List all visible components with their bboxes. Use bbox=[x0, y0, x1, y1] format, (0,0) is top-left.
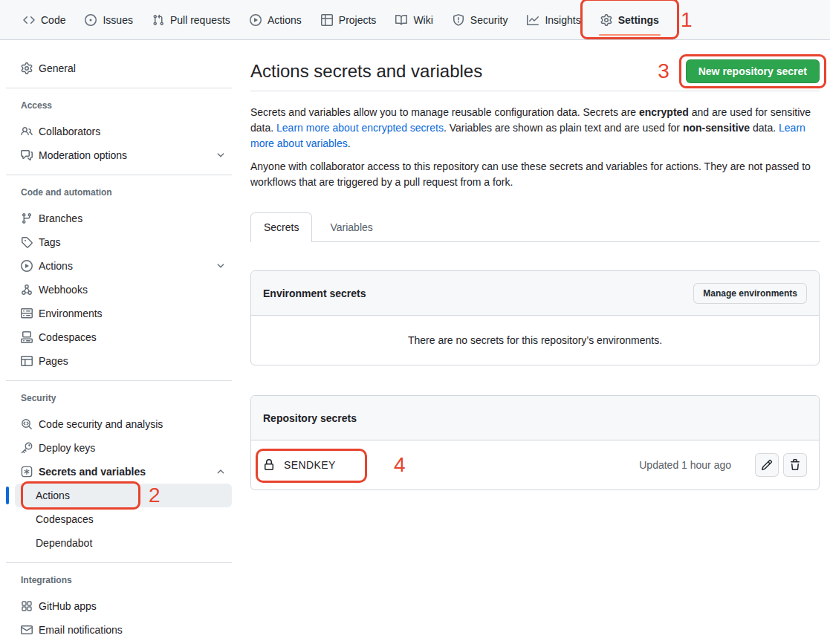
tab-wiki[interactable]: Wiki bbox=[389, 2, 438, 38]
sidebar-item-email-notifications[interactable]: Email notifications bbox=[15, 618, 232, 642]
annotation-number-2: 2 bbox=[149, 485, 161, 506]
annotation-number-4: 4 bbox=[394, 455, 406, 475]
secret-updated-time: Updated 1 hour ago bbox=[639, 459, 731, 471]
sidebar-item-label: GitHub apps bbox=[39, 600, 97, 612]
repository-secrets-title: Repository secrets bbox=[263, 412, 357, 424]
tab-pull-requests[interactable]: Pull requests bbox=[146, 2, 236, 38]
sidebar-item-tags[interactable]: Tags bbox=[15, 230, 232, 254]
sidebar-item-label: Actions bbox=[39, 260, 73, 272]
sidebar-item-moderation-options[interactable]: Moderation options bbox=[15, 143, 232, 167]
sidebar-item-secrets-dependabot[interactable]: Dependabot bbox=[15, 531, 232, 555]
sidebar-item-webhooks[interactable]: Webhooks bbox=[15, 278, 232, 302]
secret-name: SENDKEY bbox=[284, 459, 336, 471]
tab-code[interactable]: Code bbox=[17, 2, 71, 38]
chevron-down-icon bbox=[215, 261, 226, 271]
sidebar-item-code-security[interactable]: Code security and analysis bbox=[15, 412, 232, 436]
tab-insights[interactable]: Insights bbox=[521, 2, 586, 38]
description-paragraph-1: Secrets and variables allow you to manag… bbox=[250, 105, 820, 152]
play-icon bbox=[21, 260, 33, 272]
text-segment: Secrets and variables allow you to manag… bbox=[250, 106, 639, 118]
sidebar-item-collaborators[interactable]: Collaborators bbox=[15, 120, 232, 143]
sidebar-item-label: Email notifications bbox=[39, 624, 123, 636]
tab-security[interactable]: Security bbox=[447, 2, 514, 38]
sidebar-item-label: Code security and analysis bbox=[39, 418, 163, 430]
chevron-up-icon bbox=[215, 466, 226, 477]
tab-actions[interactable]: Actions bbox=[244, 2, 308, 38]
repo-tab-nav: Code Issues Pull requests Actions Projec… bbox=[0, 0, 830, 40]
sidebar-item-general[interactable]: General bbox=[15, 56, 232, 80]
manage-environments-button[interactable]: Manage environments bbox=[693, 283, 807, 304]
sidebar-item-pages[interactable]: Pages bbox=[15, 349, 232, 373]
text-segment: . Variables are shown as plain text and … bbox=[444, 122, 683, 134]
sidebar-section-title-integrations: Integrations bbox=[15, 572, 232, 588]
page-title: Actions secrets and variables bbox=[250, 59, 482, 83]
environment-secrets-empty-message: There are no secrets for this repository… bbox=[251, 316, 819, 365]
sidebar-item-label: Collaborators bbox=[39, 126, 100, 137]
environment-secrets-box: Environment secrets Manage environments … bbox=[250, 270, 820, 365]
text-segment: data. bbox=[750, 122, 779, 134]
browser-icon bbox=[21, 355, 33, 367]
sidebar-item-codespaces[interactable]: Codespaces bbox=[15, 325, 232, 349]
comment-discussion-icon bbox=[21, 149, 33, 161]
sidebar-item-label: Webhooks bbox=[39, 284, 88, 296]
book-icon bbox=[395, 14, 407, 26]
code-icon bbox=[23, 14, 35, 26]
tab-issues[interactable]: Issues bbox=[79, 2, 138, 38]
sidebar-item-label: Environments bbox=[39, 308, 103, 319]
tab-label: Code bbox=[41, 14, 65, 26]
tab-settings[interactable]: Settings bbox=[594, 2, 665, 38]
sidebar-section-title-access: Access bbox=[15, 97, 232, 114]
sidebar-item-label: Dependabot bbox=[36, 537, 92, 549]
mail-icon bbox=[21, 624, 33, 636]
tab-label: Projects bbox=[339, 14, 377, 26]
shield-icon bbox=[453, 14, 464, 26]
main-content: Actions secrets and variables 3 New repo… bbox=[250, 40, 830, 642]
sidebar-divider bbox=[6, 562, 232, 563]
text-segment: Anyone with collaborator access to this … bbox=[250, 160, 811, 188]
tab-projects[interactable]: Projects bbox=[315, 2, 383, 38]
sidebar-item-environments[interactable]: Environments bbox=[15, 302, 232, 325]
tab-label: Pull requests bbox=[170, 14, 230, 26]
delete-secret-button[interactable] bbox=[783, 453, 807, 477]
sidebar-item-actions[interactable]: Actions bbox=[15, 254, 232, 278]
tab-label: Settings bbox=[618, 14, 659, 26]
tab-label: Insights bbox=[545, 14, 580, 26]
tab-secrets[interactable]: Secrets bbox=[250, 212, 312, 242]
settings-sidebar: General Access Collaborators Moderation … bbox=[0, 40, 250, 642]
new-repository-secret-button[interactable]: New repository secret bbox=[686, 59, 820, 83]
inline-link[interactable]: Learn more about encrypted secrets bbox=[276, 122, 444, 134]
sidebar-item-label: Actions bbox=[36, 489, 70, 501]
sidebar-item-label: Codespaces bbox=[39, 331, 97, 343]
sidebar-divider bbox=[6, 380, 232, 381]
sidebar-item-secrets-codespaces[interactable]: Codespaces bbox=[15, 507, 232, 531]
codespaces-icon bbox=[21, 331, 33, 343]
graph-icon bbox=[527, 14, 539, 26]
sidebar-item-secrets-and-variables[interactable]: Secrets and variables bbox=[15, 460, 232, 484]
annotation-number-3: 3 bbox=[658, 61, 669, 82]
sidebar-item-branches[interactable]: Branches bbox=[15, 206, 232, 230]
apps-icon bbox=[21, 600, 33, 612]
tab-label: Actions bbox=[268, 14, 302, 26]
tag-icon bbox=[21, 236, 33, 248]
sidebar-item-deploy-keys[interactable]: Deploy keys bbox=[15, 436, 232, 460]
gear-icon bbox=[600, 14, 612, 26]
sidebar-item-github-apps[interactable]: GitHub apps bbox=[15, 594, 232, 618]
lock-icon bbox=[263, 459, 275, 471]
webhook-icon bbox=[21, 284, 33, 296]
text-segment: . bbox=[348, 137, 351, 149]
bold-text: non-sensitive bbox=[683, 122, 750, 134]
key-icon bbox=[21, 442, 33, 454]
tab-variables[interactable]: Variables bbox=[312, 213, 390, 241]
asterisk-box-icon bbox=[21, 466, 33, 478]
sidebar-item-label: General bbox=[39, 62, 76, 74]
sidebar-item-label: Branches bbox=[39, 212, 82, 224]
git-branch-icon bbox=[21, 212, 33, 224]
sidebar-section-title-code-automation: Code and automation bbox=[15, 184, 232, 201]
sidebar-item-secrets-actions[interactable]: Actions bbox=[15, 484, 232, 507]
pencil-icon bbox=[761, 459, 773, 471]
edit-secret-button[interactable] bbox=[755, 453, 779, 477]
sidebar-divider bbox=[6, 175, 232, 175]
sidebar-item-label: Moderation options bbox=[39, 149, 127, 161]
sidebar-item-label: Secrets and variables bbox=[39, 466, 146, 478]
table-icon bbox=[321, 14, 333, 26]
